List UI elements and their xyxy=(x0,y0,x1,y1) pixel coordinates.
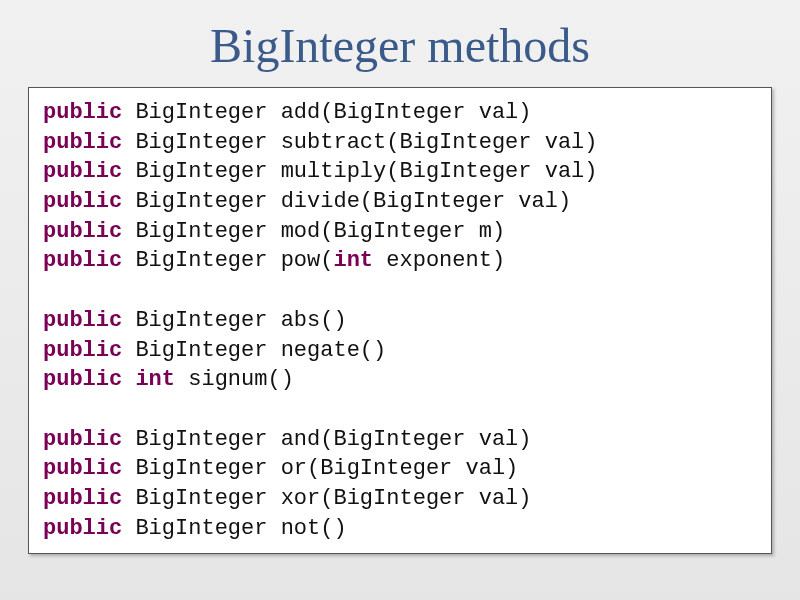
keyword-public: public xyxy=(43,338,122,363)
keyword-public: public xyxy=(43,100,122,125)
method-signature: xor(BigInteger val) xyxy=(281,486,532,511)
return-type: BigInteger xyxy=(135,248,267,273)
return-type: BigInteger xyxy=(135,219,267,244)
return-type: BigInteger xyxy=(135,486,267,511)
slide-title: BigInteger methods xyxy=(0,0,800,87)
slide: BigInteger methods public BigInteger add… xyxy=(0,0,800,600)
code-box: public BigInteger add(BigInteger val) pu… xyxy=(28,87,772,554)
code-line-add: public BigInteger add(BigInteger val) xyxy=(43,98,757,128)
method-signature: mod(BigInteger m) xyxy=(281,219,505,244)
method-signature: negate() xyxy=(281,338,387,363)
keyword-public: public xyxy=(43,427,122,452)
blank-line xyxy=(43,276,757,306)
return-type: BigInteger xyxy=(135,130,267,155)
return-type: BigInteger xyxy=(135,338,267,363)
keyword-public: public xyxy=(43,367,122,392)
code-line-divide: public BigInteger divide(BigInteger val) xyxy=(43,187,757,217)
method-signature: or(BigInteger val) xyxy=(281,456,519,481)
return-type-int: int xyxy=(135,367,175,392)
code-line-negate: public BigInteger negate() xyxy=(43,336,757,366)
method-signature: add(BigInteger val) xyxy=(281,100,532,125)
return-type: BigInteger xyxy=(135,427,267,452)
code-line-and: public BigInteger and(BigInteger val) xyxy=(43,425,757,455)
code-line-pow: public BigInteger pow(int exponent) xyxy=(43,246,757,276)
return-type: BigInteger xyxy=(135,516,267,541)
code-line-multiply: public BigInteger multiply(BigInteger va… xyxy=(43,157,757,187)
method-signature: subtract(BigInteger val) xyxy=(281,130,598,155)
code-line-or: public BigInteger or(BigInteger val) xyxy=(43,454,757,484)
return-type: BigInteger xyxy=(135,308,267,333)
keyword-public: public xyxy=(43,516,122,541)
keyword-public: public xyxy=(43,308,122,333)
method-signature: multiply(BigInteger val) xyxy=(281,159,598,184)
return-type: BigInteger xyxy=(135,189,267,214)
method-name-pre: pow( xyxy=(281,248,334,273)
method-signature: signum() xyxy=(188,367,294,392)
method-signature: abs() xyxy=(281,308,347,333)
code-line-subtract: public BigInteger subtract(BigInteger va… xyxy=(43,128,757,158)
method-signature: and(BigInteger val) xyxy=(281,427,532,452)
return-type: BigInteger xyxy=(135,100,267,125)
code-line-signum: public int signum() xyxy=(43,365,757,395)
keyword-public: public xyxy=(43,219,122,244)
keyword-public: public xyxy=(43,248,122,273)
method-signature: not() xyxy=(281,516,347,541)
keyword-public: public xyxy=(43,456,122,481)
keyword-public: public xyxy=(43,159,122,184)
code-line-mod: public BigInteger mod(BigInteger m) xyxy=(43,217,757,247)
code-line-xor: public BigInteger xor(BigInteger val) xyxy=(43,484,757,514)
keyword-public: public xyxy=(43,189,122,214)
return-type: BigInteger xyxy=(135,456,267,481)
method-name-post: exponent) xyxy=(373,248,505,273)
param-type-int: int xyxy=(333,248,373,273)
method-signature: divide(BigInteger val) xyxy=(281,189,571,214)
keyword-public: public xyxy=(43,486,122,511)
keyword-public: public xyxy=(43,130,122,155)
code-line-abs: public BigInteger abs() xyxy=(43,306,757,336)
blank-line xyxy=(43,395,757,425)
code-line-not: public BigInteger not() xyxy=(43,514,757,544)
return-type: BigInteger xyxy=(135,159,267,184)
